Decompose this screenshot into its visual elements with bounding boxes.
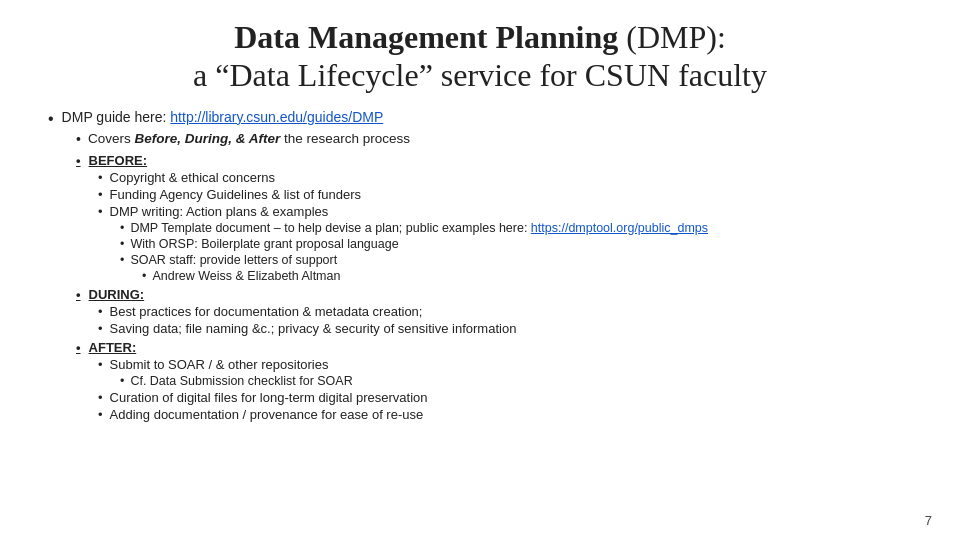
during-items: • Best practices for documentation & met…: [98, 304, 912, 336]
template-text: DMP Template document – to help devise a…: [130, 221, 708, 235]
during-item-bestpractices-text: Best practices for documentation & metad…: [110, 304, 423, 319]
title-dmp: (DMP):: [618, 19, 726, 55]
l2-italic: Before, During, & After: [134, 131, 280, 146]
after-dot: •: [76, 340, 81, 355]
guide-link[interactable]: http://library.csun.edu/guides/DMP: [170, 109, 383, 125]
during-dot: •: [76, 287, 81, 302]
dmpwriting-subitem-template: • DMP Template document – to help devise…: [120, 221, 912, 235]
title-block: Data Management Planning (DMP): a “Data …: [48, 18, 912, 95]
orsp-dot: •: [120, 237, 124, 251]
dmpwriting-subitem-orsp: • With ORSP: Boilerplate grant proposal …: [120, 237, 912, 251]
template-prefix: DMP Template document – to help devise a…: [130, 221, 530, 235]
after-label: • AFTER:: [76, 340, 912, 355]
during-item-bestpractices: • Best practices for documentation & met…: [98, 304, 912, 319]
before-items: • Copyright & ethical concerns • Funding…: [98, 170, 912, 283]
during-item-saving-text: Saving data; file naming &c.; privacy & …: [110, 321, 517, 336]
l1-item-guide: • DMP guide here: http://library.csun.ed…: [48, 109, 912, 127]
before-dot: •: [76, 153, 81, 168]
before-item-funding-text: Funding Agency Guidelines & list of fund…: [110, 187, 361, 202]
andrew-text: Andrew Weiss & Elizabeth Altman: [152, 269, 340, 283]
section-during: • DURING: • Best practices for documenta…: [76, 287, 912, 336]
andrew-dot: •: [142, 269, 146, 283]
before-label: • BEFORE:: [76, 153, 912, 168]
title-line1: Data Management Planning (DMP):: [48, 18, 912, 56]
orsp-text: With ORSP: Boilerplate grant proposal la…: [130, 237, 398, 251]
after-item-curation: • Curation of digital files for long-ter…: [98, 390, 912, 405]
section-before: • BEFORE: • Copyright & ethical concerns…: [76, 153, 912, 283]
after-items: • Submit to SOAR / & other repositories …: [98, 357, 912, 422]
before-item-copyright-text: Copyright & ethical concerns: [110, 170, 275, 185]
after-item-submit-text: Submit to SOAR / & other repositories: [110, 357, 329, 372]
before-item-dmpwriting-dot: •: [98, 204, 103, 219]
l2-covers: Covers: [88, 131, 131, 146]
soar-subitems: • Andrew Weiss & Elizabeth Altman: [142, 269, 912, 283]
sections-group: • BEFORE: • Copyright & ethical concerns…: [76, 153, 912, 422]
during-text: DURING:: [89, 287, 145, 302]
before-item-funding-dot: •: [98, 187, 103, 202]
before-item-copyright: • Copyright & ethical concerns: [98, 170, 912, 185]
title-line2: a “Data Lifecycle” service for CSUN facu…: [48, 56, 912, 94]
during-label: • DURING:: [76, 287, 912, 302]
dmptool-link[interactable]: https://dmptool.org/public_dmps: [531, 221, 708, 235]
content-area: • DMP guide here: http://library.csun.ed…: [48, 109, 912, 422]
andrew-weiss-item: • Andrew Weiss & Elizabeth Altman: [142, 269, 912, 283]
l1-dot: •: [48, 111, 54, 127]
l2-rest: the research process: [284, 131, 410, 146]
l1-label: DMP guide here:: [62, 109, 167, 125]
soar-text: SOAR staff: provide letters of support: [130, 253, 337, 267]
during-item-saving: • Saving data; file naming &c.; privacy …: [98, 321, 912, 336]
before-item-funding: • Funding Agency Guidelines & list of fu…: [98, 187, 912, 202]
l1-text: DMP guide here: http://library.csun.edu/…: [62, 109, 384, 125]
soar-dot: •: [120, 253, 124, 267]
before-item-copyright-dot: •: [98, 170, 103, 185]
page-number: 7: [925, 513, 932, 528]
after-item-documentation: • Adding documentation / provenance for …: [98, 407, 912, 422]
after-item-curation-text: Curation of digital files for long-term …: [110, 390, 428, 405]
l2-item-covers: • Covers Before, During, & After the res…: [76, 131, 912, 147]
l2-text: Covers Before, During, & After the resea…: [88, 131, 410, 146]
template-dot: •: [120, 221, 124, 235]
submit-subitem-cf: • Cf. Data Submission checklist for SOAR: [120, 374, 912, 388]
after-item-documentation-text: Adding documentation / provenance for ea…: [110, 407, 424, 422]
after-text: AFTER:: [89, 340, 137, 355]
before-text: BEFORE:: [89, 153, 148, 168]
section-after: • AFTER: • Submit to SOAR / & other repo…: [76, 340, 912, 422]
before-item-dmpwriting: • DMP writing: Action plans & examples: [98, 204, 912, 219]
before-item-dmpwriting-text: DMP writing: Action plans & examples: [110, 204, 329, 219]
submit-subitems: • Cf. Data Submission checklist for SOAR: [120, 374, 912, 388]
dmpwriting-subitem-soar: • SOAR staff: provide letters of support: [120, 253, 912, 267]
l2-dot: •: [76, 131, 81, 147]
dmpwriting-subitems: • DMP Template document – to help devise…: [120, 221, 912, 283]
slide: Data Management Planning (DMP): a “Data …: [0, 0, 960, 540]
title-bold: Data Management Planning: [234, 19, 618, 55]
submit-subitem-cf-text: Cf. Data Submission checklist for SOAR: [130, 374, 352, 388]
after-item-submit: • Submit to SOAR / & other repositories: [98, 357, 912, 372]
